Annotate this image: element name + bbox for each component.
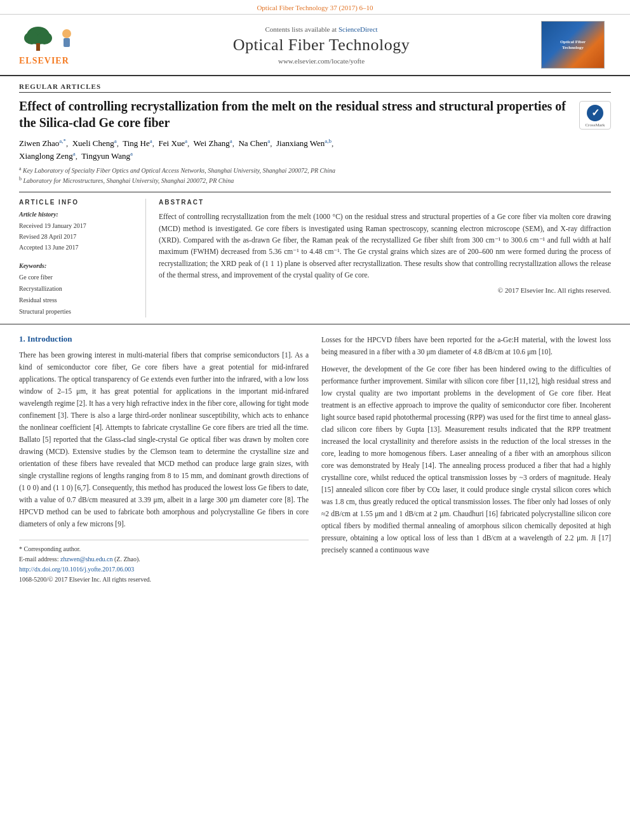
intro-para-1: There has been growing interest in multi…	[19, 349, 309, 530]
received-date: Received 19 January 2017	[19, 220, 136, 231]
keyword-2: Recrystallization	[19, 283, 136, 295]
doi-link[interactable]: http://dx.doi.org/10.1016/j.yofte.2017.0…	[19, 566, 134, 573]
journal-cover-image: Optical Fiber Technology	[541, 21, 605, 69]
cover-title-line2: Technology	[562, 45, 584, 50]
abstract-text: Effect of controlling recrystallization …	[159, 211, 611, 281]
crossmark-badge: ✓ CrossMark	[579, 101, 611, 130]
citation-text: Optical Fiber Technology 37 (2017) 6–10	[257, 4, 373, 11]
sciencedirect-line: Contents lists available at ScienceDirec…	[102, 25, 541, 33]
authors-line: Ziwen Zhaoa,*, Xueli Chenga, Ting Hea, F…	[19, 137, 611, 163]
keyword-1: Ge core fiber	[19, 272, 136, 283]
svg-point-5	[62, 29, 71, 38]
revised-date: Revised 28 April 2017	[19, 231, 136, 242]
footnote-area: * Corresponding author. E-mail address: …	[19, 540, 309, 585]
citation-bar: Optical Fiber Technology 37 (2017) 6–10	[0, 0, 630, 15]
author-5: Wei Zhang	[194, 138, 230, 148]
affiliation-a: a Key Laboratory of Specialty Fiber Opti…	[19, 165, 611, 175]
svg-rect-6	[64, 38, 70, 47]
article-info-heading: Article Info	[19, 199, 136, 206]
doi-text: http://dx.doi.org/10.1016/j.yofte.2017.0…	[19, 564, 309, 575]
article-title-row: Effect of controlling recrystallization …	[19, 98, 611, 131]
body-columns: 1. Introduction There has been growing i…	[19, 334, 611, 585]
accepted-date: Accepted 13 June 2017	[19, 242, 136, 253]
author-8: Xianglong Zeng	[19, 151, 73, 161]
svg-rect-4	[36, 43, 40, 51]
main-content: 1. Introduction There has been growing i…	[0, 324, 630, 594]
author-7: Jianxiang Wen	[276, 138, 325, 148]
author-2: Xueli Cheng	[72, 138, 114, 148]
intro-para-3: However, the development of the Ge core …	[321, 363, 611, 556]
article-info-col: Article Info Article history: Received 1…	[19, 199, 146, 317]
corresponding-note: * Corresponding author.	[19, 544, 309, 554]
article-section: Regular Articles Effect of controlling r…	[0, 76, 630, 317]
body-right-col: Losses for the HPCVD fibers have been re…	[321, 334, 611, 585]
article-info-abstract: Article Info Article history: Received 1…	[19, 192, 611, 317]
author-1: Ziwen Zhao	[19, 138, 59, 148]
intro-para-2: Losses for the HPCVD fibers have been re…	[321, 334, 611, 358]
journal-url: www.elsevier.com/locate/yofte	[102, 57, 541, 65]
keyword-3: Residual stress	[19, 295, 136, 306]
journal-header: ELSEVIER Contents lists available at Sci…	[0, 15, 630, 76]
crossmark-text: CrossMark	[585, 123, 605, 128]
author-9: Tingyun Wang	[81, 151, 130, 161]
cover-title-line1: Optical Fiber	[560, 39, 586, 44]
keywords-label: Keywords:	[19, 262, 136, 269]
body-left-col: 1. Introduction There has been growing i…	[19, 334, 309, 585]
abstract-col: Abstract Effect of controlling recrystal…	[146, 199, 611, 317]
sciencedirect-link[interactable]: ScienceDirect	[338, 25, 378, 33]
affiliation-b: b Laboratory for Microstructures, Shangh…	[19, 175, 611, 185]
email-note: E-mail address: zhzwen@shu.edu.cn (Z. Zh…	[19, 554, 309, 564]
elsevier-logo-area: ELSEVIER	[19, 24, 102, 66]
journal-title-area: Contents lists available at ScienceDirec…	[102, 25, 541, 65]
journal-title: Optical Fiber Technology	[102, 36, 541, 55]
article-title: Effect of controlling recrystallization …	[19, 98, 579, 131]
section-label: Regular Articles	[19, 83, 611, 93]
abstract-heading: Abstract	[159, 199, 611, 206]
svg-point-3	[37, 32, 52, 44]
keywords-section: Keywords: Ge core fiber Recrystallizatio…	[19, 262, 136, 317]
journal-cover-area: Optical Fiber Technology	[541, 21, 611, 69]
author-4: Fei Xue	[159, 138, 185, 148]
svg-text:✓: ✓	[591, 107, 600, 118]
issn-text: 1068-5200/© 2017 Elsevier Inc. All right…	[19, 575, 309, 585]
keyword-4: Structural properties	[19, 306, 136, 317]
crossmark-icon: ✓	[586, 103, 605, 123]
elsevier-tree-icon	[19, 24, 86, 55]
author-6: Na Chen	[238, 138, 267, 148]
elsevier-text: ELSEVIER	[19, 56, 69, 66]
affiliations: a Key Laboratory of Specialty Fiber Opti…	[19, 165, 611, 186]
author-3: Ting He	[123, 138, 150, 148]
section-1-title: 1. Introduction	[19, 334, 309, 344]
elsevier-branding: ELSEVIER	[19, 24, 102, 66]
history-label: Article history:	[19, 211, 136, 218]
copyright-text: © 2017 Elsevier Inc. All rights reserved…	[159, 286, 611, 294]
email-link[interactable]: zhzwen@shu.edu.cn	[60, 556, 113, 563]
